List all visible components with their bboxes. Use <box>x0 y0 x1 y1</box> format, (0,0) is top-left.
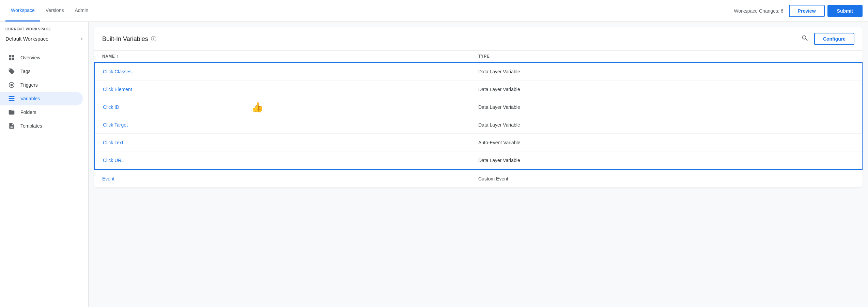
sort-ascending-icon[interactable]: ↑ <box>116 54 119 59</box>
table-row: Click Element Data Layer Variable <box>95 81 862 98</box>
sidebar-item-label-templates: Templates <box>20 123 42 129</box>
sidebar-item-folders[interactable]: Folders <box>0 105 83 119</box>
sidebar: CURRENT WORKSPACE Default Workspace › Ov… <box>0 22 89 307</box>
sidebar-item-tags[interactable]: Tags <box>0 64 83 78</box>
sidebar-item-label-overview: Overview <box>20 55 40 60</box>
selected-rows-group: Click Classes Data Layer Variable Click … <box>94 62 863 170</box>
sidebar-item-label-tags: Tags <box>20 69 31 74</box>
sidebar-item-label-triggers: Triggers <box>20 82 38 88</box>
overview-icon <box>8 54 15 61</box>
row-type-click-text: Auto-Event Variable <box>478 140 854 145</box>
configure-button[interactable]: Configure <box>814 33 854 45</box>
workspace-name: Default Workspace <box>5 36 48 42</box>
sidebar-item-label-variables: Variables <box>20 96 40 101</box>
table-row: Click URL Data Layer Variable <box>95 151 862 169</box>
table-row: Click ID Data Layer Variable 👍 <box>95 98 862 116</box>
svg-rect-3 <box>12 58 14 60</box>
content-card: Built-In Variables ⓘ Configure Name ↑ T <box>94 27 863 188</box>
row-name-click-classes[interactable]: Click Classes <box>103 69 478 74</box>
tags-icon <box>8 68 15 75</box>
sidebar-item-label-folders: Folders <box>20 109 36 115</box>
sidebar-nav: Overview Tags Triggers Variables <box>0 48 88 135</box>
row-type-event: Custom Event <box>478 176 854 181</box>
built-in-variables-title: Built-In Variables <box>102 35 148 43</box>
sidebar-item-overview[interactable]: Overview <box>0 51 83 64</box>
row-name-click-id[interactable]: Click ID <box>103 104 478 110</box>
col-header-type: Type <box>478 54 854 59</box>
svg-rect-7 <box>9 98 15 99</box>
svg-rect-8 <box>9 100 15 101</box>
search-icon[interactable] <box>800 33 810 45</box>
templates-icon <box>8 122 15 129</box>
row-type-click-url: Data Layer Variable <box>478 158 854 163</box>
top-nav: Workspace Versions Admin Workspace Chang… <box>0 0 868 22</box>
row-type-click-element: Data Layer Variable <box>478 87 854 92</box>
tab-admin[interactable]: Admin <box>69 0 94 21</box>
card-actions: Configure <box>800 33 854 45</box>
sidebar-item-triggers[interactable]: Triggers <box>0 78 83 92</box>
folders-icon <box>8 109 15 116</box>
main-layout: CURRENT WORKSPACE Default Workspace › Ov… <box>0 22 868 307</box>
table-row: Click Target Data Layer Variable <box>95 116 862 134</box>
svg-rect-2 <box>9 58 12 60</box>
row-name-click-element[interactable]: Click Element <box>103 87 478 92</box>
svg-rect-0 <box>9 55 12 58</box>
svg-point-5 <box>11 84 13 86</box>
triggers-icon <box>8 82 15 88</box>
row-name-click-target[interactable]: Click Target <box>103 122 478 128</box>
sidebar-item-templates[interactable]: Templates <box>0 119 83 133</box>
row-name-event[interactable]: Event <box>102 176 478 181</box>
thumbs-up-emoji: 👍 <box>251 101 263 113</box>
row-name-click-text[interactable]: Click Text <box>103 140 478 145</box>
card-header: Built-In Variables ⓘ Configure <box>94 27 863 51</box>
tab-workspace[interactable]: Workspace <box>5 0 40 21</box>
table-header: Name ↑ Type <box>94 51 863 62</box>
help-icon[interactable]: ⓘ <box>151 35 156 43</box>
row-type-click-classes: Data Layer Variable <box>478 69 854 74</box>
submit-button[interactable]: Submit <box>827 5 863 17</box>
table-row: Event Custom Event <box>94 170 863 188</box>
workspace-selector[interactable]: Default Workspace › <box>0 32 88 48</box>
table-row: Click Classes Data Layer Variable <box>95 63 862 81</box>
col-header-name: Name ↑ <box>102 54 478 59</box>
workspace-changes-label: Workspace Changes: 6 <box>734 8 783 14</box>
tab-versions[interactable]: Versions <box>40 0 69 21</box>
row-type-click-target: Data Layer Variable <box>478 122 854 128</box>
variables-icon <box>8 95 15 102</box>
table-row: Click Text Auto-Event Variable <box>95 134 862 151</box>
svg-rect-1 <box>12 55 14 58</box>
card-title: Built-In Variables ⓘ <box>102 35 800 43</box>
sidebar-item-variables[interactable]: Variables <box>0 92 83 105</box>
chevron-right-icon: › <box>81 35 83 42</box>
current-workspace-label: CURRENT WORKSPACE <box>0 22 88 32</box>
row-type-click-id: Data Layer Variable <box>478 104 854 110</box>
svg-rect-6 <box>9 96 15 97</box>
row-name-click-url[interactable]: Click URL <box>103 158 478 163</box>
main-content: Built-In Variables ⓘ Configure Name ↑ T <box>89 22 868 307</box>
preview-button[interactable]: Preview <box>789 5 825 17</box>
nav-tabs: Workspace Versions Admin <box>5 0 94 21</box>
